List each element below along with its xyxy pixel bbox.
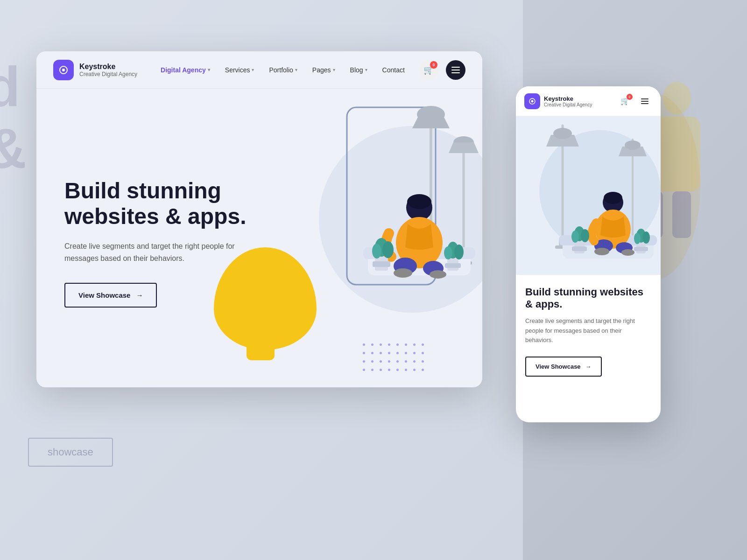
chevron-down-icon: ▾ — [365, 67, 367, 72]
nav-item-digital-agency[interactable]: Digital Agency ▾ — [154, 63, 217, 77]
svg-marker-15 — [449, 142, 479, 153]
chevron-down-icon: ▾ — [333, 67, 335, 72]
nav-item-contact[interactable]: Contact — [376, 63, 411, 77]
phone-cart-badge: 0 — [627, 94, 633, 100]
phone-menu-button[interactable] — [637, 94, 652, 109]
svg-rect-66 — [634, 247, 648, 251]
desktop-cart-button[interactable]: 🛒 0 — [419, 60, 438, 80]
phone-hero-description: Create live segments and target the righ… — [525, 316, 651, 345]
desktop-card: Keystroke Creative Digital Agency Digita… — [36, 51, 482, 387]
svg-point-38 — [531, 100, 534, 102]
desktop-menu-button[interactable] — [446, 60, 465, 80]
phone-cart-button[interactable]: 🛒 0 — [618, 94, 633, 109]
chevron-down-icon: ▾ — [295, 67, 297, 72]
phone-hero-image — [516, 116, 661, 275]
cart-badge: 0 — [430, 61, 437, 69]
svg-rect-3 — [672, 191, 691, 238]
desktop-hero: Build stunning websites & apps. Create l… — [36, 89, 482, 387]
svg-rect-28 — [373, 261, 390, 267]
svg-rect-1 — [654, 117, 700, 191]
svg-point-26 — [430, 270, 446, 279]
desktop-illustration-svg — [282, 89, 482, 387]
chevron-down-icon: ▾ — [208, 67, 210, 72]
svg-rect-33 — [445, 263, 461, 268]
phone-logo-text: Keystroke Creative Digital Agency — [544, 95, 592, 107]
desktop-view-showcase-button[interactable]: View Showcase → — [64, 283, 157, 308]
svg-point-43 — [553, 128, 572, 139]
svg-point-54 — [604, 192, 622, 204]
phone-hero-title: Build stunning websites & apps. — [525, 286, 651, 311]
menu-line-1 — [451, 67, 460, 68]
svg-rect-61 — [572, 246, 587, 251]
svg-point-63 — [581, 229, 589, 242]
svg-point-36 — [444, 246, 452, 259]
desktop-hero-description: Create live segments and target the righ… — [64, 240, 242, 264]
svg-point-59 — [621, 249, 634, 256]
menu-line-2 — [451, 70, 460, 70]
desktop-nav-links: Digital Agency ▾ Services ▾ Portfolio ▾ … — [154, 63, 419, 77]
desktop-logo[interactable]: Keystroke Creative Digital Agency — [53, 60, 137, 80]
phone-illustration-svg — [516, 116, 661, 275]
nav-item-portfolio[interactable]: Portfolio ▾ — [262, 63, 303, 77]
desktop-navbar: Keystroke Creative Digital Agency Digita… — [36, 51, 482, 89]
chevron-down-icon: ▾ — [252, 67, 254, 72]
bg-blur-btn: showcase — [28, 438, 113, 467]
svg-point-64 — [571, 231, 579, 243]
menu-line-3 — [451, 72, 460, 73]
desktop-hero-content: Build stunning websites & apps. Create l… — [64, 178, 307, 308]
desktop-hero-title: Build stunning websites & apps. — [64, 178, 307, 229]
phone-logo-sub: Creative Digital Agency — [544, 102, 592, 107]
dots-decoration — [363, 343, 426, 373]
desktop-logo-text: Keystroke Creative Digital Agency — [79, 63, 137, 77]
phone-hero-content: Build stunning websites & apps. Create l… — [516, 275, 661, 388]
desktop-logo-sub: Creative Digital Agency — [79, 71, 137, 77]
arrow-right-icon: → — [136, 291, 143, 299]
svg-point-30 — [382, 241, 394, 258]
phone-logo[interactable]: Keystroke Creative Digital Agency — [524, 93, 618, 109]
svg-point-21 — [407, 194, 431, 209]
phone-logo-name: Keystroke — [544, 95, 592, 102]
svg-point-35 — [454, 245, 464, 259]
phone-arrow-right-icon: → — [585, 363, 592, 370]
desktop-logo-name: Keystroke — [79, 63, 137, 71]
phone-menu-line-1 — [641, 98, 648, 99]
phone-view-showcase-button[interactable]: View Showcase → — [525, 357, 602, 377]
svg-point-31 — [372, 244, 381, 259]
nav-item-pages[interactable]: Pages ▾ — [306, 63, 342, 77]
svg-point-5 — [62, 69, 65, 71]
nav-item-blog[interactable]: Blog ▾ — [344, 63, 374, 77]
desktop-nav-actions: 🛒 0 — [419, 60, 465, 80]
svg-point-0 — [663, 82, 691, 114]
desktop-hero-illustration — [282, 89, 482, 387]
svg-point-68 — [642, 231, 650, 244]
svg-point-58 — [594, 248, 609, 255]
svg-point-25 — [394, 268, 412, 278]
phone-navbar: Keystroke Creative Digital Agency 🛒 0 — [516, 86, 661, 116]
phone-menu-line-2 — [641, 101, 648, 102]
phone-logo-icon — [524, 93, 540, 109]
phone-nav-actions: 🛒 0 — [618, 94, 652, 109]
nav-item-services[interactable]: Services ▾ — [218, 63, 261, 77]
svg-point-48 — [625, 140, 641, 150]
phone-card: Keystroke Creative Digital Agency 🛒 0 — [516, 86, 661, 422]
svg-point-69 — [634, 233, 641, 244]
bulb-stem-decoration — [247, 342, 275, 360]
desktop-logo-icon — [53, 60, 74, 80]
phone-menu-line-3 — [641, 103, 648, 104]
